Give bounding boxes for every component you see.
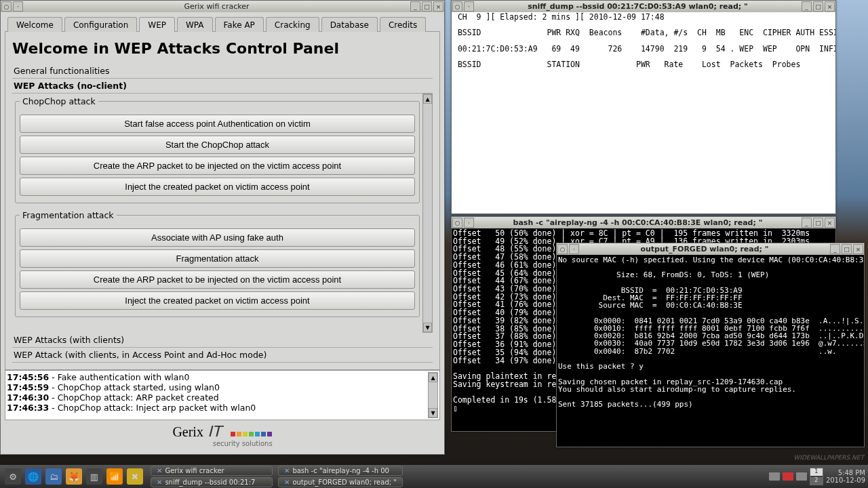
pin-icon[interactable]: ·: [464, 218, 474, 228]
scroll-up-icon[interactable]: ▲: [429, 373, 437, 382]
section-aphoc[interactable]: WEP Attack (with clients, in Access Poin…: [12, 348, 433, 363]
tab-welcome[interactable]: Welcome: [7, 17, 62, 32]
brand-tag: security solutions: [172, 440, 272, 447]
tray-network-icon[interactable]: [796, 472, 807, 481]
sniff-title: sniff_dump --bssid 00:21:7C:D0:53:A9 wla…: [475, 2, 801, 11]
minimize-icon[interactable]: _: [830, 244, 840, 254]
tab-credits[interactable]: Credits: [380, 17, 426, 32]
tab-fakeap[interactable]: Fake AP: [215, 17, 264, 32]
frag-assoc-button[interactable]: Associate with AP using fake auth: [20, 228, 415, 247]
terminal-icon[interactable]: ▥: [86, 468, 102, 485]
aireplay-titlebar[interactable]: ○ · bash -c "aireplay-ng -4 -h 00:C0:CA:…: [452, 217, 835, 228]
minimize-icon[interactable]: _: [410, 1, 420, 12]
chopchop-group: ChopChop attack Start false access point…: [15, 96, 420, 203]
page-title: Welcome in WEP Attacks Control Panel: [12, 40, 433, 57]
sniff-terminal[interactable]: CH 9 ][ Elapsed: 2 mins ][ 2010-12-09 17…: [452, 12, 835, 214]
gerix-titlebar[interactable]: ○ · Gerix wifi cracker _ □ ×: [1, 1, 444, 12]
task-forged[interactable]: ✕output_FORGED wlan0; read; ": [278, 477, 403, 487]
tray-display-icon[interactable]: [769, 472, 780, 481]
attack-scrollbar[interactable]: ▲ ▼: [422, 94, 433, 333]
frag-legend: Fragmentation attack: [20, 210, 117, 220]
tool-icon[interactable]: ✖: [127, 468, 143, 485]
section-withclients[interactable]: WEP Attacks (with clients): [12, 333, 433, 348]
tab-wep[interactable]: WEP: [139, 17, 175, 32]
gerix-window: ○ · Gerix wifi cracker _ □ × Welcome Con…: [0, 0, 445, 455]
log-scrollbar[interactable]: ▲ ▼: [428, 372, 438, 418]
brand-dots-icon: [230, 424, 273, 440]
forged-title: output_FORGED wlan0; read; ": [580, 245, 829, 253]
frag-start-button[interactable]: Fragmentation attack: [20, 249, 415, 268]
globe-icon[interactable]: 🌐: [25, 468, 41, 485]
log-panel: 17:45:56 - Fake authentication with wlan…: [5, 370, 440, 420]
tab-wpa[interactable]: WPA: [177, 17, 213, 32]
files-icon[interactable]: 🗂: [45, 468, 62, 485]
pin-icon[interactable]: ·: [13, 1, 23, 12]
gerix-title: Gerix wifi cracker: [24, 2, 410, 11]
tray: 1 2 5:48 PM 2010-12-09: [769, 468, 865, 485]
scroll-down-icon[interactable]: ▼: [423, 323, 432, 332]
close-icon[interactable]: ×: [433, 1, 443, 12]
watermark: WIDEWALLPAPERS.NET: [793, 454, 864, 461]
menu-icon[interactable]: ○: [452, 1, 462, 12]
forged-terminal[interactable]: No source MAC (-h) specified. Using the …: [557, 255, 864, 447]
sniff-window: ○ · sniff_dump --bssid 00:21:7C:D0:53:A9…: [451, 0, 836, 214]
maximize-icon[interactable]: □: [813, 218, 823, 228]
menu-icon[interactable]: ○: [557, 244, 568, 254]
tab-configuration[interactable]: Configuration: [64, 17, 137, 32]
frag-group: Fragmentation attack Associate with AP u…: [15, 210, 420, 317]
minimize-icon[interactable]: _: [802, 1, 812, 12]
sniff-titlebar[interactable]: ○ · sniff_dump --bssid 00:21:7C:D0:53:A9…: [452, 1, 835, 12]
minimize-icon[interactable]: _: [802, 218, 812, 228]
log-line: 17:46:33 - ChopChop attack: Inject arp p…: [7, 403, 428, 413]
tab-cracking[interactable]: Cracking: [266, 17, 319, 32]
attack-scroll: ChopChop attack Start false access point…: [12, 94, 433, 333]
scroll-down-icon[interactable]: ▼: [429, 408, 437, 418]
section-general[interactable]: General functionalities: [12, 64, 433, 79]
chopchop-inject-button[interactable]: Inject the created packet on victim acce…: [20, 178, 415, 196]
frag-arp-button[interactable]: Create the ARP packet to be injected on …: [20, 270, 415, 289]
task-gerix[interactable]: ✕Gerix wifi cracker: [151, 466, 273, 476]
brand: Gerix IT security solutions: [5, 420, 440, 450]
scroll-up-icon[interactable]: ▲: [423, 94, 432, 104]
forged-window: ○ · output_FORGED wlan0; read; " _ □ × N…: [556, 243, 865, 447]
section-noclient[interactable]: WEP Attacks (no-client): [12, 79, 433, 94]
log-line: 17:45:56 - Fake authentication with wlan…: [7, 372, 428, 382]
tab-database[interactable]: Database: [321, 17, 378, 32]
workspace-2[interactable]: 2: [810, 477, 823, 485]
pin-icon[interactable]: ·: [464, 1, 474, 12]
forged-titlebar[interactable]: ○ · output_FORGED wlan0; read; " _ □ ×: [557, 243, 864, 255]
wep-pane: Welcome in WEP Attacks Control Panel Gen…: [5, 31, 440, 370]
close-icon[interactable]: ×: [825, 1, 835, 12]
aireplay-title: bash -c "aireplay-ng -4 -h 00:C0:CA:40:B…: [475, 218, 801, 227]
workspace-1[interactable]: 1: [810, 468, 823, 476]
task-sniff[interactable]: ✕sniff_dump --bssid 00:21:7: [151, 477, 273, 487]
tray-flag-icon[interactable]: [783, 472, 793, 481]
maximize-icon[interactable]: □: [422, 1, 432, 12]
close-icon[interactable]: ×: [853, 244, 863, 254]
gerix-body: Welcome Configuration WEP WPA Fake AP Cr…: [1, 12, 444, 454]
firefox-icon[interactable]: 🦊: [66, 468, 82, 485]
menu-icon[interactable]: ○: [452, 218, 462, 228]
chopchop-auth-button[interactable]: Start false access point Authentication …: [20, 115, 415, 133]
start-menu-icon[interactable]: ⚙: [5, 468, 21, 485]
brand-suffix: IT: [208, 423, 221, 440]
pin-icon[interactable]: ·: [569, 244, 579, 254]
taskbar: ⚙ 🌐 🗂 🦊 ▥ 📶 ✖ ✕Gerix wifi cracker ✕sniff…: [0, 465, 868, 488]
workspace-pager[interactable]: 1 2: [810, 468, 823, 485]
chopchop-legend: ChopChop attack: [20, 96, 98, 106]
brand-name: Gerix: [172, 424, 203, 439]
menu-icon[interactable]: ○: [1, 1, 12, 12]
task-aireplay[interactable]: ✕bash -c "aireplay-ng -4 -h 00: [278, 466, 403, 476]
chopchop-start-button[interactable]: Start the ChopChop attack: [20, 136, 415, 154]
frag-inject-button[interactable]: Inject the created packet on victim acce…: [20, 291, 415, 310]
log-line: 17:45:59 - ChopChop attack started, usin…: [7, 382, 428, 392]
date: 2010-12-09: [826, 476, 865, 484]
clock[interactable]: 5:48 PM: [826, 469, 865, 476]
maximize-icon[interactable]: □: [813, 1, 823, 12]
close-icon[interactable]: ×: [825, 218, 835, 228]
log-line: 17:46:30 - ChopChop attack: ARP packet c…: [7, 392, 428, 403]
maximize-icon[interactable]: □: [842, 244, 852, 254]
chopchop-arp-button[interactable]: Create the ARP packet to be injected on …: [20, 157, 415, 175]
rss-icon[interactable]: 📶: [106, 468, 123, 485]
tabbar: Welcome Configuration WEP WPA Fake AP Cr…: [5, 16, 440, 31]
